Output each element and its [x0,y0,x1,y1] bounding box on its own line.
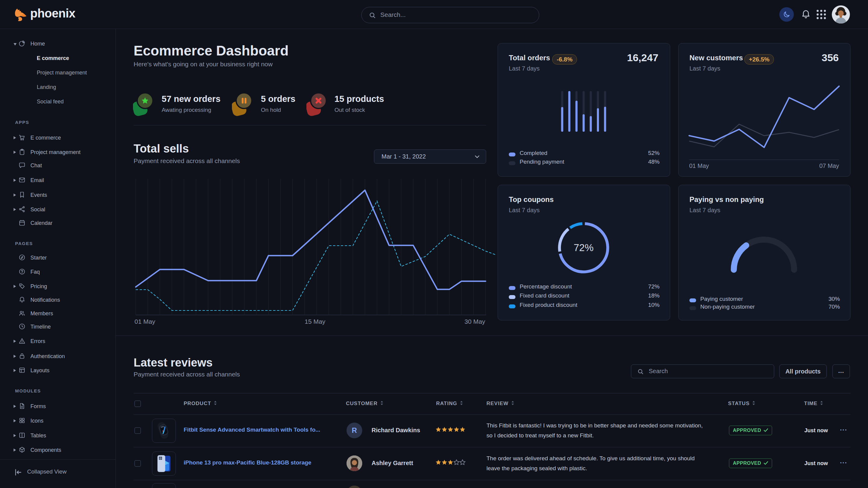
svg-text:72%: 72% [574,242,593,253]
